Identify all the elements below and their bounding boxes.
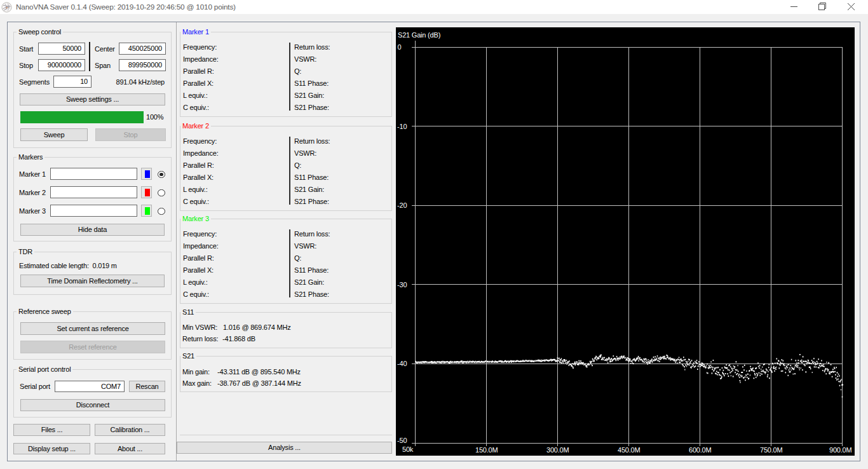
svg-text:300.0M: 300.0M: [546, 446, 569, 454]
svg-text:-40: -40: [397, 360, 407, 367]
svg-text:150.0M: 150.0M: [475, 446, 498, 454]
svg-text:-50: -50: [397, 437, 407, 444]
svg-text:-30: -30: [397, 281, 407, 289]
svg-text:450.0M: 450.0M: [618, 446, 641, 454]
svg-text:50k: 50k: [402, 445, 414, 453]
svg-text:900.0M: 900.0M: [829, 446, 852, 454]
svg-text:600.0M: 600.0M: [689, 446, 712, 454]
svg-text:750.0M: 750.0M: [760, 446, 783, 454]
svg-text:S21 Gain (dB): S21 Gain (dB): [398, 31, 440, 39]
svg-text:0: 0: [398, 43, 402, 51]
svg-text:-20: -20: [397, 201, 407, 209]
svg-text:-10: -10: [397, 123, 407, 130]
